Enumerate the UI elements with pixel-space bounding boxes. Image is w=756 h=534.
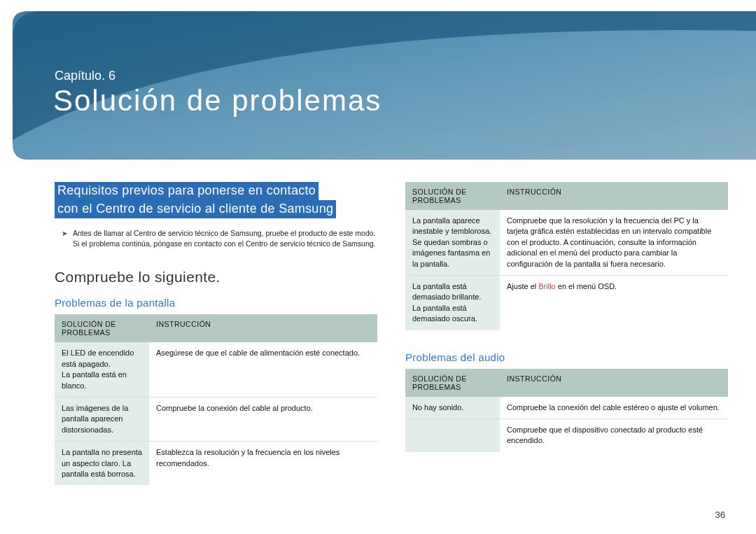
- cell-instruction: Establezca la resolución y la frecuencia…: [149, 442, 377, 486]
- cell-instruction: Compruebe la conexión del cable al produ…: [149, 398, 377, 442]
- cell-instruction: Compruebe la conexión del cable estéreo …: [500, 397, 728, 419]
- cell-instruction: Compruebe que la resolución y la frecuen…: [500, 210, 728, 275]
- right-column: SOLUCIÓN DE PROBLEMAS INSTRUCCIÓN La pan…: [405, 182, 728, 485]
- cell-problem: La pantalla no presenta un aspecto claro…: [55, 442, 149, 486]
- th-problem: SOLUCIÓN DE PROBLEMAS: [55, 314, 149, 342]
- cell-problem: El LED de encendido está apagado.La pant…: [55, 342, 149, 397]
- text-post: en el menú OSD.: [556, 282, 617, 290]
- note-arrow-icon: ➤: [62, 229, 67, 239]
- chapter-title: Solución de problemas: [53, 84, 382, 118]
- table-row: Compruebe que el dispositivo conectado a…: [405, 419, 728, 451]
- highlight-line-1: Requisitos previos para ponerse en conta…: [55, 182, 318, 200]
- left-column: Requisitos previos para ponerse en conta…: [55, 182, 377, 485]
- text-brillo: Brillo: [538, 282, 555, 290]
- table-row: La pantalla no presenta un aspecto claro…: [55, 442, 377, 486]
- table-header-row: SOLUCIÓN DE PROBLEMAS INSTRUCCIÓN: [405, 182, 728, 210]
- cell-problem: La pantalla aparece inestable y tembloro…: [405, 210, 500, 275]
- subheading-audio-problems: Problemas del audio: [405, 351, 728, 363]
- th-problem: SOLUCIÓN DE PROBLEMAS: [405, 182, 500, 210]
- audio-problems-table: SOLUCIÓN DE PROBLEMAS INSTRUCCIÓN No hay…: [405, 369, 728, 452]
- chapter-label: Capítulo. 6: [55, 69, 115, 83]
- cell-problem: La pantalla está demasiado brillante.La …: [405, 275, 500, 330]
- screen-problems-table-1: SOLUCIÓN DE PROBLEMAS INSTRUCCIÓN El LED…: [55, 314, 377, 485]
- table-row: El LED de encendido está apagado.La pant…: [55, 342, 377, 397]
- cell-problem: No hay sonido.: [405, 397, 500, 419]
- cell-instruction: Asegúrese de que el cable de alimentació…: [149, 342, 377, 397]
- highlight-line-2: con el Centro de servicio al cliente de …: [55, 200, 336, 218]
- subheading-screen-problems: Problemas de la pantalla: [55, 297, 377, 309]
- table-row: No hay sonido. Compruebe la conexión del…: [405, 397, 728, 419]
- table-row: Las imágenes de la pantalla aparecen dis…: [55, 398, 377, 442]
- table-row: La pantalla está demasiado brillante.La …: [405, 275, 728, 330]
- page-number: 36: [715, 510, 725, 520]
- cell-instruction: Compruebe que el dispositivo conectado a…: [500, 419, 728, 451]
- highlight-heading: Requisitos previos para ponerse en conta…: [55, 182, 336, 218]
- th-instruction: INSTRUCCIÓN: [500, 369, 728, 397]
- table-header-row: SOLUCIÓN DE PROBLEMAS INSTRUCCIÓN: [55, 314, 377, 342]
- cell-problem: [405, 419, 500, 451]
- th-problem: SOLUCIÓN DE PROBLEMAS: [405, 369, 500, 397]
- table-row: La pantalla aparece inestable y tembloro…: [405, 210, 728, 275]
- screen-problems-table-2: SOLUCIÓN DE PROBLEMAS INSTRUCCIÓN La pan…: [405, 182, 728, 330]
- note-text: Antes de llamar al Centro de servicio té…: [73, 229, 376, 248]
- note-block: ➤ Antes de llamar al Centro de servicio …: [55, 228, 377, 249]
- th-instruction: INSTRUCCIÓN: [500, 182, 728, 210]
- content-area: Requisitos previos para ponerse en conta…: [55, 182, 728, 485]
- table-header-row: SOLUCIÓN DE PROBLEMAS INSTRUCCIÓN: [405, 369, 728, 397]
- text-pre: Ajuste el: [507, 282, 538, 290]
- th-instruction: INSTRUCCIÓN: [149, 314, 377, 342]
- cell-problem: Las imágenes de la pantalla aparecen dis…: [55, 398, 149, 442]
- section-heading: Compruebe lo siguiente.: [55, 269, 377, 286]
- cell-instruction: Ajuste el Brillo en el menú OSD.: [500, 275, 728, 330]
